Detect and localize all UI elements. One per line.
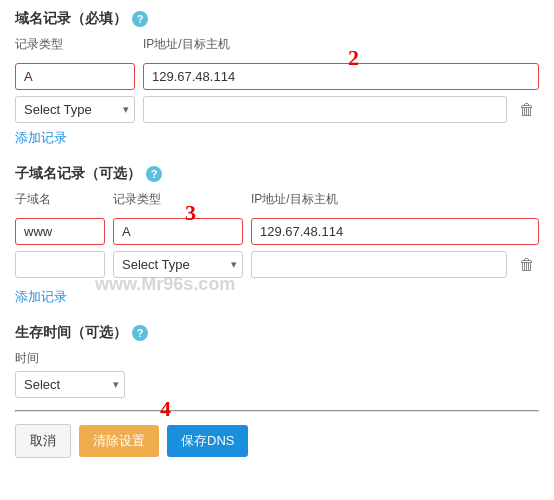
- delete-subdomain-row-2-button[interactable]: 🗑: [515, 254, 539, 276]
- buttons-container: 4 取消 清除设置 保存DNS: [15, 424, 539, 458]
- domain-records-title: 域名记录（必填） ?: [15, 10, 539, 28]
- ttl-select[interactable]: Select 1 Hour 2 Hours 1 Day: [15, 371, 125, 398]
- subdomain-col1-label: 子域名: [15, 191, 105, 208]
- time-label: 时间: [15, 350, 539, 367]
- ip-input-2[interactable]: [143, 96, 507, 123]
- section-divider: [15, 410, 539, 412]
- record-type-select-sub-2[interactable]: Select Type A CNAME MX TXT: [113, 251, 243, 278]
- add-domain-record-link[interactable]: 添加记录: [15, 129, 67, 147]
- ip-input-1[interactable]: 129.67.48.114: [143, 63, 539, 90]
- ttl-title: 生存时间（可选） ?: [15, 324, 539, 342]
- subdomain-section: 子域名记录（可选） ? 子域名 记录类型 IP地址/目标主机 3: [15, 165, 539, 318]
- subdomain-header: 子域名 记录类型 IP地址/目标主机: [15, 191, 539, 212]
- ip-input-sub-2[interactable]: [251, 251, 507, 278]
- step-4-label: 4: [160, 396, 171, 422]
- save-dns-button[interactable]: 保存DNS: [167, 425, 248, 457]
- subdomain-input-1[interactable]: [15, 218, 105, 245]
- ttl-help-icon[interactable]: ?: [132, 325, 148, 341]
- subdomain-col2-label: 记录类型: [113, 191, 243, 208]
- domain-records-help-icon[interactable]: ?: [132, 11, 148, 27]
- cancel-button[interactable]: 取消: [15, 424, 71, 458]
- delete-row-2-button[interactable]: 🗑: [515, 99, 539, 121]
- subdomain-help-icon[interactable]: ?: [146, 166, 162, 182]
- add-subdomain-record-link[interactable]: 添加记录: [15, 288, 67, 306]
- record-type-input-sub-1[interactable]: [113, 218, 243, 245]
- domain-row-2: Select Type A CNAME MX TXT 🗑: [15, 96, 539, 123]
- subdomain-title: 子域名记录（可选） ?: [15, 165, 539, 183]
- col1-label: 记录类型: [15, 36, 135, 53]
- clear-button[interactable]: 清除设置: [79, 425, 159, 457]
- action-buttons: 取消 清除设置 保存DNS: [15, 424, 539, 458]
- subdomain-row-2: Select Type A CNAME MX TXT 🗑: [15, 251, 539, 278]
- subdomain-row-1: [15, 218, 539, 245]
- ip-input-sub-1[interactable]: [251, 218, 539, 245]
- domain-row-1: A 129.67.48.114: [15, 63, 539, 90]
- domain-records-header: 记录类型 IP地址/目标主机: [15, 36, 539, 57]
- record-type-input-1[interactable]: A: [15, 63, 135, 90]
- record-type-select-1[interactable]: Select Type A CNAME MX TXT: [15, 96, 135, 123]
- subdomain-input-2[interactable]: [15, 251, 105, 278]
- domain-records-section: 域名记录（必填） ? 记录类型 IP地址/目标主机 2 A 129.67.48.…: [15, 10, 539, 159]
- subdomain-col3-label: IP地址/目标主机: [251, 191, 539, 208]
- col2-label: IP地址/目标主机: [143, 36, 539, 53]
- ttl-section: 生存时间（可选） ? 时间 Select 1 Hour 2 Hours 1 Da…: [15, 324, 539, 398]
